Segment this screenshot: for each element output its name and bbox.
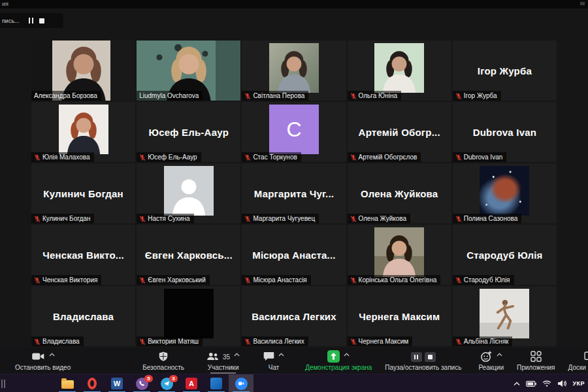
share-options-chevron-icon[interactable] <box>344 351 350 358</box>
muted-mic-icon <box>139 338 146 345</box>
participant-name-label: Олена Жуйкова <box>348 214 410 223</box>
pause-recording-icon[interactable] <box>411 352 422 362</box>
participant-tile[interactable]: Dubrova Ivan Dubrova Ivan <box>453 102 557 162</box>
participants-button[interactable]: 35 Участники <box>201 348 246 374</box>
participant-name-label: Александра Борзова <box>31 91 101 101</box>
wifi-icon[interactable] <box>542 380 551 387</box>
battery-icon[interactable] <box>526 381 536 387</box>
outlook-icon[interactable] <box>204 374 229 392</box>
participant-tile[interactable]: Ольга Юніна <box>348 41 451 101</box>
word-icon[interactable]: W <box>105 374 129 392</box>
avatar-letter: C <box>286 118 301 142</box>
participant-tile[interactable]: Юлія Малахова <box>31 102 135 162</box>
taskbar-partial-icon <box>1 380 7 388</box>
muted-mic-icon <box>244 93 251 99</box>
muted-mic-icon <box>455 338 462 345</box>
recording-pause-button[interactable] <box>26 16 37 26</box>
chat-options-chevron-icon[interactable] <box>278 351 284 358</box>
participant-tile[interactable]: Маргарита Чуг... Маргарита Чугуевец <box>242 163 346 223</box>
participant-tile[interactable]: Настя Сухина <box>137 163 240 223</box>
person-avatar-graphic <box>164 166 214 216</box>
muted-mic-icon <box>34 277 41 284</box>
participant-name-label: Кулинич Богдан <box>31 214 94 223</box>
participant-label-text: Чернега Максим <box>359 338 409 345</box>
person-avatar-graphic <box>269 43 319 93</box>
share-screen-button[interactable]: Демонстрация экрана <box>299 348 378 374</box>
file-explorer-icon[interactable] <box>55 374 80 392</box>
participant-tile[interactable]: Александра Борзова <box>31 41 135 101</box>
participant-tile[interactable]: Виктория Матяш <box>137 286 240 346</box>
participant-avatar: C <box>269 105 319 154</box>
muted-mic-icon <box>244 154 251 161</box>
participant-tile[interactable]: Чернега Максим Чернега Максим <box>348 286 451 346</box>
stop-video-button[interactable]: Остановить видео <box>9 348 76 374</box>
zoom-meeting-window: ия пись... <box>0 0 588 392</box>
participant-label-text: Євген Харковський <box>148 276 206 284</box>
participant-label-text: Альбіна Лісняк <box>464 338 509 345</box>
taskbar-apps: W 5 3 A <box>55 374 253 392</box>
participant-avatar <box>374 227 424 277</box>
chat-button[interactable]: Чат <box>257 348 290 374</box>
participant-avatar <box>480 166 529 216</box>
participant-tile[interactable]: Ігор Журба Ігор Журба <box>453 41 557 101</box>
participant-label-text: Маргарита Чугуевец <box>253 215 315 222</box>
participant-label-text: Світлана Перова <box>253 92 304 99</box>
muted-mic-icon <box>350 154 357 161</box>
titlebar-mark <box>580 2 585 5</box>
participant-avatar <box>480 289 529 338</box>
telegram-badge: 3 <box>169 375 178 382</box>
participants-options-chevron-icon[interactable] <box>234 351 240 358</box>
participant-tile[interactable]: Місюра Анаста... Місюра Анастасія <box>242 225 346 285</box>
muted-mic-icon <box>455 216 462 222</box>
video-options-chevron-icon[interactable] <box>49 351 55 358</box>
person-avatar-graphic <box>374 43 424 93</box>
participants-count-badge: 35 <box>223 353 230 361</box>
reactions-options-chevron-icon[interactable] <box>497 351 502 358</box>
apps-button[interactable]: Приложения <box>511 348 561 374</box>
whiteboards-button[interactable]: Доски сообщений <box>563 348 588 374</box>
participant-tile[interactable]: C Стас Торкунов <box>242 102 346 162</box>
participant-name-label: Стародуб Юлія <box>453 275 514 285</box>
security-button[interactable]: Безопасность <box>137 348 190 374</box>
participant-tile[interactable]: Євген Харковсь... Євген Харковський <box>137 225 240 285</box>
muted-mic-icon <box>455 93 462 99</box>
reactions-button[interactable]: Реакции <box>472 348 510 374</box>
tray-chevron-icon[interactable] <box>514 382 520 386</box>
participant-tile[interactable]: Василиса Легких Василиса Легких <box>242 286 346 346</box>
viber-icon[interactable]: 5 <box>129 374 154 392</box>
volume-icon[interactable] <box>557 380 566 387</box>
participant-tile[interactable]: Liudmyla Ovcharova <box>137 41 240 101</box>
participant-name-label: Владислава <box>31 336 84 346</box>
participant-tile[interactable]: Кулинич Богдан Кулинич Богдан <box>31 163 135 223</box>
participant-tile[interactable]: Юсеф Ель-Ааур Юсеф Ель-Ааур <box>137 102 240 162</box>
participant-tile[interactable]: Ченская Викто... Ченская Виктория <box>31 225 135 285</box>
recording-label: пись... <box>0 18 20 24</box>
pause-stop-recording-button[interactable]: Пауза/остановить запись <box>379 348 467 374</box>
participant-name-label: Ольга Юніна <box>348 91 401 101</box>
participant-name-label: Юлія Малахова <box>31 152 94 162</box>
participant-tile[interactable]: Альбіна Лісняк <box>453 286 557 346</box>
opera-icon[interactable] <box>80 374 105 392</box>
participant-name-label: Настя Сухина <box>137 214 193 223</box>
participant-tile[interactable]: Артемій Обогр... Артемій Обогрєлов <box>348 102 451 162</box>
participant-label-text: Кулинич Богдан <box>42 215 90 222</box>
recording-stop-button[interactable] <box>37 16 47 26</box>
stop-recording-icon[interactable] <box>425 352 436 362</box>
person-avatar-graphic <box>59 105 108 154</box>
zoom-app-icon[interactable] <box>229 374 253 392</box>
participant-tile[interactable]: Владислава Владислава <box>31 286 135 346</box>
participant-tile[interactable]: Олена Жуйкова Олена Жуйкова <box>348 163 451 223</box>
window-title-fragment: ия <box>2 1 8 7</box>
window-titlebar: ия <box>0 0 588 8</box>
participant-tile[interactable]: Світлана Перова <box>242 41 346 101</box>
participant-tile[interactable]: Корінська Ольга Олегівна <box>348 225 451 285</box>
participant-tile[interactable]: Стародуб Юлія Стародуб Юлія <box>453 225 557 285</box>
participant-name-label: Світлана Перова <box>242 91 308 101</box>
participant-label-text: Владислава <box>42 338 80 345</box>
muted-mic-icon <box>139 277 146 284</box>
telegram-icon[interactable]: 3 <box>154 374 179 392</box>
acrobat-icon[interactable]: A <box>179 374 204 392</box>
language-indicator[interactable]: УКР <box>572 380 585 387</box>
dancer-graphic <box>486 295 523 332</box>
participant-tile[interactable]: Полина Сазонова <box>453 163 557 223</box>
